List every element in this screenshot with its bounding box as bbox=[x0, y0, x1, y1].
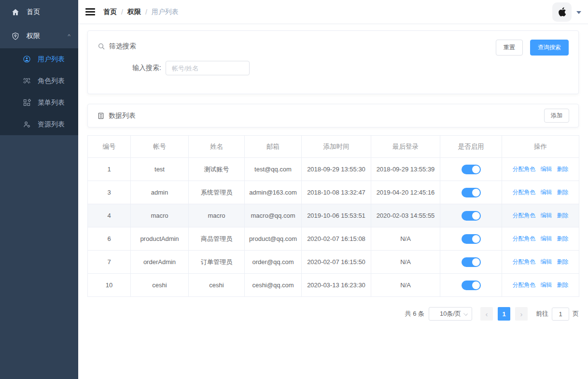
sidebar-item-resource-list[interactable]: 资源列表 bbox=[0, 113, 78, 135]
sidebar-item-menu-list[interactable]: 菜单列表 bbox=[0, 92, 78, 113]
edit-link[interactable]: 编辑 bbox=[541, 258, 552, 265]
cell-name: 测试账号 bbox=[189, 158, 245, 181]
enabled-toggle[interactable] bbox=[462, 281, 481, 290]
edit-link[interactable]: 编辑 bbox=[541, 281, 552, 288]
enabled-toggle[interactable] bbox=[462, 211, 481, 221]
next-page-button[interactable]: › bbox=[515, 307, 528, 321]
jump-label: 前往 bbox=[536, 309, 548, 318]
cell-created: 2019-10-06 15:53:51 bbox=[302, 204, 371, 227]
page-number-1[interactable]: 1 bbox=[498, 307, 510, 321]
delete-link[interactable]: 删除 bbox=[557, 212, 569, 219]
cell-account: productAdmin bbox=[131, 227, 189, 251]
col-created: 添加时间 bbox=[302, 136, 371, 158]
cell-account: test bbox=[131, 158, 189, 181]
col-id: 编号 bbox=[88, 136, 131, 158]
sidebar-item-role-list[interactable]: 角色列表 bbox=[0, 70, 78, 92]
cell-created: 2018-09-29 13:55:30 bbox=[302, 158, 371, 181]
assign-role-link[interactable]: 分配角色 bbox=[513, 189, 536, 196]
edit-link[interactable]: 编辑 bbox=[541, 235, 552, 242]
enabled-toggle[interactable] bbox=[462, 257, 481, 267]
table-row[interactable]: 6productAdmin商品管理员product@qq.com2020-02-… bbox=[88, 227, 579, 251]
table-row[interactable]: 7orderAdmin订单管理员order@qq.com2020-02-07 1… bbox=[88, 251, 579, 274]
cell-last-login: N/A bbox=[371, 274, 440, 297]
enabled-toggle[interactable] bbox=[462, 165, 481, 174]
cell-created: 2018-10-08 13:32:47 bbox=[302, 181, 371, 204]
sidebar-item-label: 用户列表 bbox=[38, 55, 65, 64]
cell-actions: 分配角色编辑删除 bbox=[502, 251, 579, 274]
resource-icon bbox=[23, 120, 31, 128]
assign-role-link[interactable]: 分配角色 bbox=[513, 258, 536, 265]
cell-email: product@qq.com bbox=[245, 227, 302, 251]
keyword-input[interactable] bbox=[166, 61, 250, 75]
delete-link[interactable]: 删除 bbox=[557, 281, 569, 288]
filter-card: 筛选搜索 重置 查询搜索 输入搜索: bbox=[87, 30, 579, 94]
delete-link[interactable]: 删除 bbox=[557, 189, 569, 196]
total-count: 共 6 条 bbox=[405, 309, 424, 318]
pagination: 共 6 条 10条/页 ‹ 1 › 前往 页 bbox=[87, 307, 579, 321]
user-table: 编号 帐号 姓名 邮箱 添加时间 最后登录 是否启用 操作 1test测试账号t… bbox=[87, 135, 579, 297]
cell-name: 系统管理员 bbox=[189, 181, 245, 204]
breadcrumb-separator: / bbox=[121, 8, 123, 16]
hamburger-icon[interactable] bbox=[85, 7, 95, 17]
sidebar-item-user-list[interactable]: 用户列表 bbox=[0, 48, 78, 70]
cell-last-login: 2020-02-03 14:55:55 bbox=[371, 204, 440, 227]
assign-role-link[interactable]: 分配角色 bbox=[513, 166, 536, 172]
enabled-toggle[interactable] bbox=[462, 234, 481, 244]
cell-account: admin bbox=[131, 181, 189, 204]
delete-link[interactable]: 删除 bbox=[557, 235, 569, 242]
delete-link[interactable]: 删除 bbox=[557, 258, 569, 265]
cell-created: 2020-02-07 16:15:08 bbox=[302, 227, 371, 251]
cell-enabled bbox=[440, 158, 502, 181]
page-size-value: 10条/页 bbox=[440, 309, 461, 318]
avatar[interactable] bbox=[552, 2, 572, 22]
cell-id: 3 bbox=[88, 181, 131, 204]
filter-title: 筛选搜索 bbox=[109, 42, 136, 51]
cell-email: macro@qq.com bbox=[245, 204, 302, 227]
cell-account: ceshi bbox=[131, 274, 189, 297]
caret-down-icon bbox=[576, 11, 581, 16]
search-input-label: 输入搜索: bbox=[132, 64, 161, 72]
cell-id: 4 bbox=[88, 204, 131, 227]
breadcrumb-permission[interactable]: 权限 bbox=[127, 8, 141, 16]
assign-role-link[interactable]: 分配角色 bbox=[513, 212, 536, 219]
chevron-down-icon bbox=[463, 311, 468, 316]
sidebar-item-label: 权限 bbox=[27, 32, 40, 41]
cell-email: order@qq.com bbox=[245, 251, 302, 274]
query-search-button[interactable]: 查询搜索 bbox=[530, 40, 569, 56]
delete-link[interactable]: 删除 bbox=[557, 166, 569, 172]
user-icon bbox=[23, 55, 31, 63]
add-button[interactable]: 添加 bbox=[544, 109, 569, 123]
col-enabled: 是否启用 bbox=[440, 136, 502, 158]
table-row[interactable]: 1test测试账号test@qq.com2018-09-29 13:55:302… bbox=[88, 158, 579, 181]
edit-link[interactable]: 编辑 bbox=[541, 166, 552, 172]
cell-last-login: 2018-09-29 13:55:39 bbox=[371, 158, 440, 181]
page-size-select[interactable]: 10条/页 bbox=[429, 307, 472, 321]
table-row[interactable]: 10ceshiceshiceshi@qq.com2020-03-13 16:23… bbox=[88, 274, 579, 297]
assign-role-link[interactable]: 分配角色 bbox=[513, 281, 536, 288]
prev-page-button[interactable]: ‹ bbox=[480, 307, 493, 321]
sidebar-item-label: 首页 bbox=[27, 8, 40, 16]
reset-button[interactable]: 重置 bbox=[496, 40, 523, 56]
table-row[interactable]: 3admin系统管理员admin@163.com2018-10-08 13:32… bbox=[88, 181, 579, 204]
user-menu[interactable] bbox=[552, 2, 581, 22]
table-row[interactable]: 4macromacromacro@qq.com2019-10-06 15:53:… bbox=[88, 204, 579, 227]
breadcrumb-home[interactable]: 首页 bbox=[103, 8, 117, 16]
col-name: 姓名 bbox=[189, 136, 245, 158]
cell-name: macro bbox=[189, 204, 245, 227]
cell-email: admin@163.com bbox=[245, 181, 302, 204]
enabled-toggle[interactable] bbox=[462, 188, 481, 197]
home-icon bbox=[11, 8, 20, 16]
cell-actions: 分配角色编辑删除 bbox=[502, 158, 579, 181]
permission-submenu: 用户列表 角色列表 菜单列表 bbox=[0, 48, 78, 135]
edit-link[interactable]: 编辑 bbox=[541, 212, 552, 219]
cell-id: 10 bbox=[88, 274, 131, 297]
cell-last-login: N/A bbox=[371, 251, 440, 274]
cell-actions: 分配角色编辑删除 bbox=[502, 227, 579, 251]
edit-link[interactable]: 编辑 bbox=[541, 189, 552, 196]
sidebar-item-permission[interactable]: 权限 ^ bbox=[0, 24, 78, 48]
cell-created: 2020-02-07 16:15:50 bbox=[302, 251, 371, 274]
assign-role-link[interactable]: 分配角色 bbox=[513, 235, 536, 242]
sidebar-item-home[interactable]: 首页 bbox=[0, 0, 78, 24]
jump-page-input[interactable] bbox=[552, 308, 569, 321]
col-last-login: 最后登录 bbox=[371, 136, 440, 158]
